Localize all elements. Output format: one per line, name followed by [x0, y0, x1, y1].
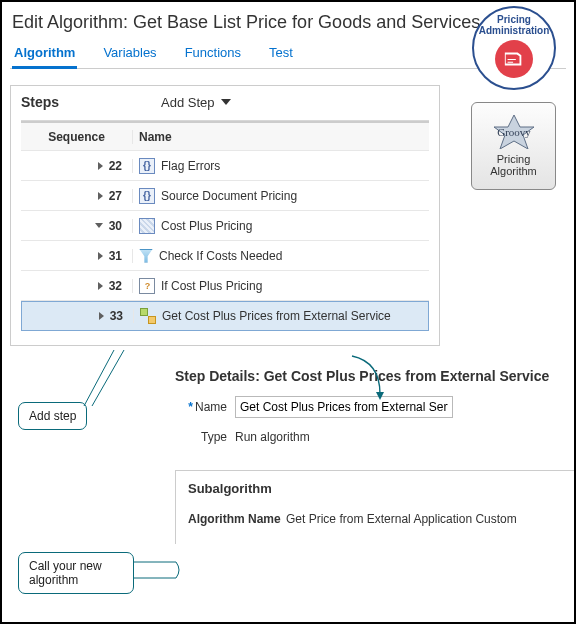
name-label: Name [195, 400, 227, 414]
groovy-star-icon: Groovy [486, 115, 542, 149]
flow-icon [140, 308, 156, 324]
sequence-number: 32 [109, 279, 122, 293]
sequence-number: 31 [109, 249, 122, 263]
callout-call-new: Call your new algorithm [18, 552, 134, 594]
step-name: Check If Costs Needed [159, 249, 282, 263]
col-name: Name [133, 130, 429, 144]
sequence-number: 30 [109, 219, 122, 233]
steps-heading: Steps [21, 94, 161, 110]
subalgorithm-panel: Subalgorithm Algorithm Name Get Price fr… [175, 470, 575, 544]
pat-icon [139, 218, 155, 234]
sequence-number: 22 [109, 159, 122, 173]
funnel-icon [139, 249, 153, 263]
step-name: Source Document Pricing [161, 189, 297, 203]
pricing-algorithm-badge: Groovy Pricing Algorithm [471, 102, 556, 190]
table-row[interactable]: 30Cost Plus Pricing [21, 211, 429, 241]
step-name: Get Cost Plus Prices from External Servi… [162, 309, 391, 323]
svg-text:Groovy: Groovy [497, 126, 531, 138]
expand-icon[interactable] [98, 252, 103, 260]
expand-icon[interactable] [98, 192, 103, 200]
sequence-number: 27 [109, 189, 122, 203]
arrow-to-details [350, 354, 392, 402]
doc-icon [139, 278, 155, 294]
table-row[interactable]: 22{}Flag Errors [21, 151, 429, 181]
sequence-number: 33 [110, 309, 123, 323]
tab-test[interactable]: Test [267, 41, 295, 68]
col-sequence: Sequence [21, 130, 133, 144]
table-row[interactable]: 33Get Cost Plus Prices from External Ser… [21, 301, 429, 331]
table-row[interactable]: 31Check If Costs Needed [21, 241, 429, 271]
pricing-admin-icon [495, 40, 533, 78]
box-icon: {} [139, 188, 155, 204]
steps-panel: Steps Add Step Sequence Name 22{}Flag Er… [10, 85, 440, 346]
collapse-icon[interactable] [95, 223, 103, 228]
tab-algorithm[interactable]: Algorithm [12, 41, 77, 69]
type-value: Run algorithm [235, 430, 310, 444]
expand-icon[interactable] [98, 282, 103, 290]
step-name: If Cost Plus Pricing [161, 279, 262, 293]
expand-icon[interactable] [99, 312, 104, 320]
expand-icon[interactable] [98, 162, 103, 170]
chevron-down-icon [221, 99, 231, 105]
tab-variables[interactable]: Variables [101, 41, 158, 68]
step-name: Flag Errors [161, 159, 220, 173]
svg-marker-2 [376, 392, 384, 400]
pricing-admin-badge: Pricing Administration [472, 6, 556, 90]
add-step-label: Add Step [161, 95, 215, 110]
type-label: Type [175, 430, 235, 444]
step-name-input[interactable] [235, 396, 453, 418]
step-name: Cost Plus Pricing [161, 219, 252, 233]
add-step-menu[interactable]: Add Step [161, 95, 231, 110]
subalg-heading: Subalgorithm [188, 481, 562, 496]
table-row[interactable]: 27{}Source Document Pricing [21, 181, 429, 211]
box-icon: {} [139, 158, 155, 174]
subalg-name-label: Algorithm Name [188, 512, 281, 526]
steps-table: Sequence Name 22{}Flag Errors27{}Source … [21, 120, 429, 331]
subalg-name-value: Get Price from External Application Cust… [286, 512, 517, 526]
tab-functions[interactable]: Functions [183, 41, 243, 68]
table-row[interactable]: 32If Cost Plus Pricing [21, 271, 429, 301]
